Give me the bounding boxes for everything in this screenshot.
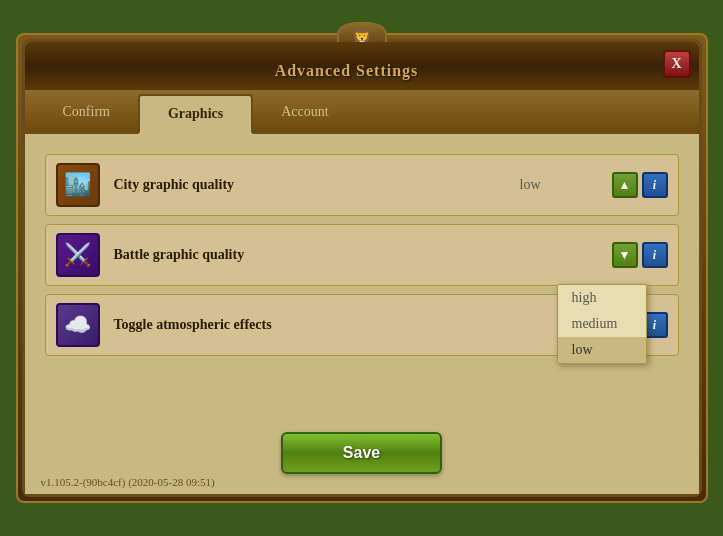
close-button[interactable]: X bbox=[663, 50, 691, 78]
dropdown-option-high[interactable]: high bbox=[558, 285, 646, 311]
city-quality-value: low bbox=[520, 177, 600, 193]
atmo-effects-label: Toggle atmospheric effects bbox=[114, 317, 520, 333]
main-window: 🦁 Advanced Settings X Confirm Graphics A… bbox=[22, 39, 702, 497]
quality-dropdown[interactable]: high medium low bbox=[557, 284, 647, 364]
tab-bar: Confirm Graphics Account bbox=[25, 92, 699, 134]
save-button[interactable]: Save bbox=[281, 432, 442, 474]
dropdown-option-medium[interactable]: medium bbox=[558, 311, 646, 337]
title-bar: Advanced Settings X bbox=[25, 42, 699, 92]
battle-quality-down-button[interactable]: ▼ bbox=[612, 242, 638, 268]
dropdown-option-low[interactable]: low bbox=[558, 337, 646, 363]
city-quality-row: 🏙️ City graphic quality low ▲ i bbox=[45, 154, 679, 216]
tab-confirm[interactable]: Confirm bbox=[35, 94, 138, 134]
content-area: 🏙️ City graphic quality low ▲ i ⚔️ Battl… bbox=[25, 134, 699, 494]
city-quality-up-button[interactable]: ▲ bbox=[612, 172, 638, 198]
tab-account[interactable]: Account bbox=[253, 94, 356, 134]
city-quality-icon: 🏙️ bbox=[56, 163, 100, 207]
atmo-effects-icon: ☁️ bbox=[56, 303, 100, 347]
city-quality-info-button[interactable]: i bbox=[642, 172, 668, 198]
city-quality-label: City graphic quality bbox=[114, 177, 520, 193]
battle-quality-row: ⚔️ Battle graphic quality ▼ i bbox=[45, 224, 679, 286]
save-area: Save bbox=[25, 432, 699, 474]
battle-quality-label: Battle graphic quality bbox=[114, 247, 520, 263]
battle-quality-info-button[interactable]: i bbox=[642, 242, 668, 268]
window-border: 🦁 Advanced Settings X Confirm Graphics A… bbox=[16, 33, 708, 503]
window-title: Advanced Settings bbox=[45, 52, 649, 80]
version-label: v1.105.2-(90bc4cf) (2020-05-28 09:51) bbox=[41, 476, 215, 488]
tab-graphics[interactable]: Graphics bbox=[138, 94, 253, 134]
battle-quality-icon: ⚔️ bbox=[56, 233, 100, 277]
